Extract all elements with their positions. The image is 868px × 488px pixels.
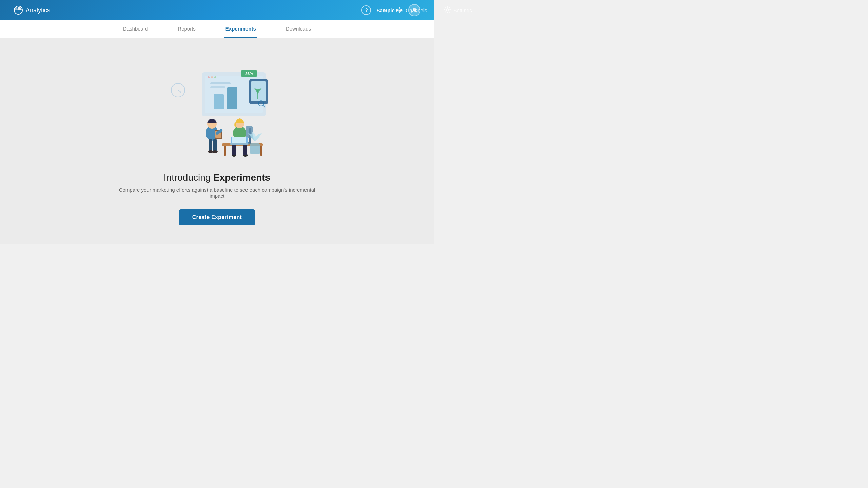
subnav-dashboard[interactable]: Dashboard xyxy=(122,20,149,38)
help-button[interactable]: ? xyxy=(361,5,371,15)
intro-bold: Experiments xyxy=(213,172,270,183)
svg-rect-40 xyxy=(260,146,262,156)
main-content: 23% xyxy=(0,38,434,244)
svg-rect-17 xyxy=(227,87,237,109)
svg-point-20 xyxy=(214,76,216,78)
help-icon: ? xyxy=(365,7,368,13)
downloads-label: Downloads xyxy=(286,26,311,32)
experiments-label: Experiments xyxy=(225,26,256,32)
subnav-experiments[interactable]: Experiments xyxy=(224,20,257,38)
svg-rect-4 xyxy=(399,12,400,13)
svg-rect-33 xyxy=(213,139,217,152)
svg-rect-22 xyxy=(210,86,225,88)
top-bar-brand: Analytics xyxy=(14,5,50,15)
svg-rect-49 xyxy=(243,144,247,155)
create-experiment-button[interactable]: Create Experiment xyxy=(179,209,256,225)
svg-rect-32 xyxy=(209,139,212,152)
svg-rect-1 xyxy=(399,7,400,8)
sub-nav: Dashboard Reports Experiments Downloads xyxy=(0,20,434,38)
svg-text:23%: 23% xyxy=(245,72,253,76)
channels-label: Channels xyxy=(406,7,427,13)
svg-point-19 xyxy=(211,76,213,78)
svg-line-13 xyxy=(178,90,181,92)
svg-rect-39 xyxy=(224,146,226,156)
svg-rect-16 xyxy=(214,94,224,109)
top-bar: Analytics Channels xyxy=(0,0,434,20)
intro-prefix: Introducing xyxy=(164,172,213,183)
subnav-reports[interactable]: Reports xyxy=(176,20,197,38)
svg-rect-53 xyxy=(232,137,246,143)
svg-point-18 xyxy=(208,76,210,78)
svg-rect-54 xyxy=(230,143,249,145)
top-bar-center-nav: Channels Settings xyxy=(396,6,434,14)
intro-subtitle: Compare your marketing efforts against a… xyxy=(115,187,319,199)
channels-icon xyxy=(396,6,403,14)
top-bar-title: Analytics xyxy=(26,7,50,14)
subnav-downloads[interactable]: Downloads xyxy=(284,20,312,38)
svg-rect-55 xyxy=(250,143,260,154)
svg-point-35 xyxy=(212,150,218,153)
intro-title: Introducing Experiments xyxy=(164,172,270,183)
dashboard-label: Dashboard xyxy=(123,26,148,32)
reports-label: Reports xyxy=(178,26,196,32)
svg-rect-48 xyxy=(232,144,236,155)
analytics-logo-icon xyxy=(14,5,23,15)
nav-channels[interactable]: Channels xyxy=(396,6,427,14)
experiments-illustration: 23% xyxy=(159,57,275,165)
svg-rect-21 xyxy=(210,82,231,84)
